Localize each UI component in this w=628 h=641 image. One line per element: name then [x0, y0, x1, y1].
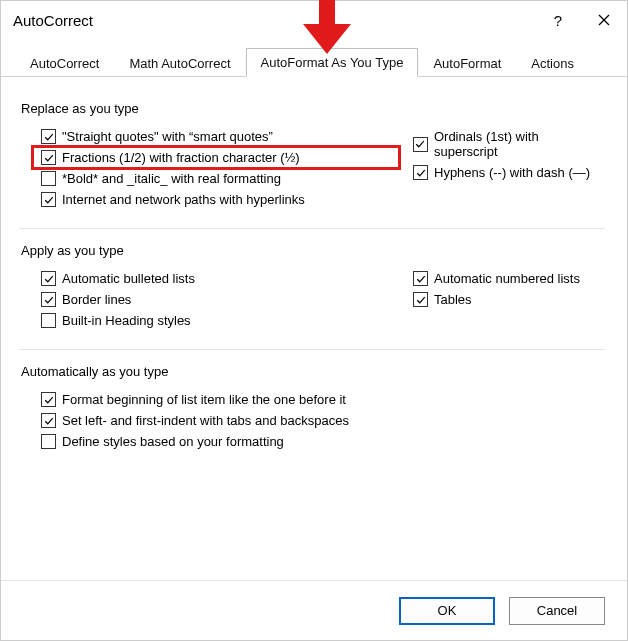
tab-label: AutoFormat — [433, 56, 501, 71]
option-heading-styles: Built-in Heading styles — [41, 310, 413, 331]
option-format-beginning: Format beginning of list item like the o… — [41, 389, 605, 410]
option-ordinals: Ordinals (1st) with superscript — [413, 126, 605, 162]
checkbox-heading-styles[interactable] — [41, 313, 56, 328]
option-label: Format beginning of list item like the o… — [62, 392, 346, 407]
title-bar: AutoCorrect ? — [1, 1, 627, 39]
close-icon — [598, 14, 610, 26]
tab-label: AutoCorrect — [30, 56, 99, 71]
button-label: Cancel — [537, 603, 577, 618]
option-label: Internet and network paths with hyperlin… — [62, 192, 305, 207]
option-bold-italic: *Bold* and _italic_ with real formatting — [41, 168, 413, 189]
checkbox-define-styles[interactable] — [41, 434, 56, 449]
ok-button[interactable]: OK — [399, 597, 495, 625]
tab-autocorrect[interactable]: AutoCorrect — [15, 49, 114, 77]
option-border-lines: Border lines — [41, 289, 413, 310]
separator — [19, 349, 605, 350]
help-button[interactable]: ? — [535, 1, 581, 39]
option-tables: Tables — [413, 289, 605, 310]
tab-math-autocorrect[interactable]: Math AutoCorrect — [114, 49, 245, 77]
checkbox-fractions[interactable] — [41, 150, 56, 165]
tab-label: Math AutoCorrect — [129, 56, 230, 71]
checkbox-bold-italic[interactable] — [41, 171, 56, 186]
section-heading-replace: Replace as you type — [21, 101, 605, 116]
section-apply: Automatic bulleted lists Border lines Bu… — [23, 268, 605, 331]
tab-autoformat-as-you-type[interactable]: AutoFormat As You Type — [246, 48, 419, 77]
option-net-paths: Internet and network paths with hyperlin… — [41, 189, 413, 210]
dialog-title: AutoCorrect — [13, 12, 535, 29]
option-label: Border lines — [62, 292, 131, 307]
tab-actions[interactable]: Actions — [516, 49, 589, 77]
tab-label: AutoFormat As You Type — [261, 55, 404, 70]
checkbox-auto-numbered[interactable] — [413, 271, 428, 286]
option-straight-quotes: "Straight quotes" with “smart quotes” — [41, 126, 413, 147]
autocorrect-dialog: AutoCorrect ? AutoCorrect Math AutoCorre… — [0, 0, 628, 641]
option-label: Built-in Heading styles — [62, 313, 191, 328]
button-label: OK — [438, 603, 457, 618]
option-label: Fractions (1/2) with fraction character … — [62, 150, 300, 165]
checkbox-net-paths[interactable] — [41, 192, 56, 207]
close-button[interactable] — [581, 1, 627, 39]
checkbox-auto-bullets[interactable] — [41, 271, 56, 286]
option-label: Define styles based on your formatting — [62, 434, 284, 449]
tab-content: Replace as you type "Straight quotes" wi… — [1, 77, 627, 452]
option-label: Hyphens (--) with dash (—) — [434, 165, 590, 180]
option-set-indent: Set left- and first-indent with tabs and… — [41, 410, 605, 431]
checkbox-hyphens[interactable] — [413, 165, 428, 180]
option-define-styles: Define styles based on your formatting — [41, 431, 605, 452]
option-label: Automatic numbered lists — [434, 271, 580, 286]
tab-label: Actions — [531, 56, 574, 71]
section-replace: "Straight quotes" with “smart quotes” Fr… — [23, 126, 605, 210]
checkbox-straight-quotes[interactable] — [41, 129, 56, 144]
checkbox-border-lines[interactable] — [41, 292, 56, 307]
option-auto-bullets: Automatic bulleted lists — [41, 268, 413, 289]
checkbox-format-beginning[interactable] — [41, 392, 56, 407]
checkbox-set-indent[interactable] — [41, 413, 56, 428]
option-label: Automatic bulleted lists — [62, 271, 195, 286]
cancel-button[interactable]: Cancel — [509, 597, 605, 625]
tab-autoformat[interactable]: AutoFormat — [418, 49, 516, 77]
option-label: Set left- and first-indent with tabs and… — [62, 413, 349, 428]
checkbox-tables[interactable] — [413, 292, 428, 307]
option-fractions: Fractions (1/2) with fraction character … — [41, 147, 413, 168]
option-label: Ordinals (1st) with superscript — [434, 129, 605, 159]
option-label: *Bold* and _italic_ with real formatting — [62, 171, 281, 186]
section-heading-apply: Apply as you type — [21, 243, 605, 258]
option-label: Tables — [434, 292, 472, 307]
checkbox-ordinals[interactable] — [413, 137, 428, 152]
section-heading-auto: Automatically as you type — [21, 364, 605, 379]
separator — [19, 228, 605, 229]
section-auto: Format beginning of list item like the o… — [23, 389, 605, 452]
tab-strip: AutoCorrect Math AutoCorrect AutoFormat … — [1, 45, 627, 77]
option-hyphens: Hyphens (--) with dash (—) — [413, 162, 605, 183]
option-label: "Straight quotes" with “smart quotes” — [62, 129, 273, 144]
dialog-buttons: OK Cancel — [1, 580, 627, 640]
option-auto-numbered: Automatic numbered lists — [413, 268, 605, 289]
